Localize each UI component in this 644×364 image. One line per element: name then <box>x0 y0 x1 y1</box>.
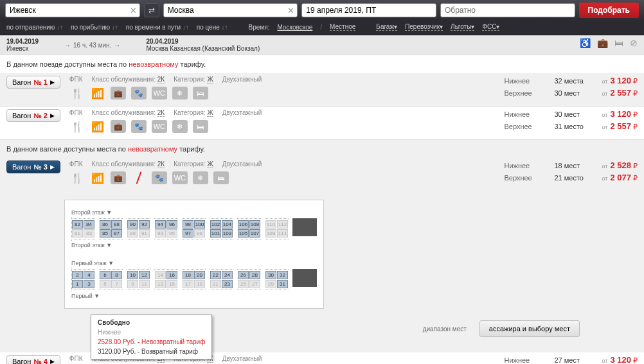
signal-icon: 📶 <box>90 87 105 100</box>
seat[interactable]: 28 <box>249 271 260 279</box>
sort-duration[interactable]: по времени в пути ↓↑ <box>126 24 189 31</box>
seat[interactable]: 86 <box>100 220 111 229</box>
seat[interactable]: 26 <box>238 271 249 279</box>
to-input[interactable] <box>163 3 298 17</box>
clear-from-icon[interactable]: ✕ <box>130 6 137 15</box>
seat[interactable]: 105 <box>238 229 249 238</box>
swap-button[interactable]: ⇄ <box>144 3 159 17</box>
seat[interactable]: 32 <box>277 271 288 279</box>
seat[interactable]: 2 <box>72 271 83 279</box>
seat[interactable]: 104 <box>222 220 233 229</box>
wagon-row: Вагон № 2 ▶ ФПК Класс обслуживания: 2К К… <box>0 107 644 140</box>
sort-arrival[interactable]: по прибытию ↓↑ <box>71 24 118 31</box>
seat[interactable]: 12 <box>139 271 150 279</box>
seat[interactable]: 98 <box>183 220 193 229</box>
restaurant-icon: 🍴 <box>69 87 85 100</box>
seat[interactable]: 106 <box>238 220 249 229</box>
non-refund-train-note: В данном поезде доступны места по невозв… <box>0 55 644 73</box>
seat[interactable]: 24 <box>222 271 233 279</box>
time-local[interactable]: Местное <box>330 23 355 31</box>
briefcase-icon: 💼 <box>597 38 608 52</box>
search-bar: ✕ ⇄ ✕ Подобрать <box>0 0 644 21</box>
seat[interactable]: 3 <box>84 280 94 288</box>
floor-label: Первый этаж <box>71 260 317 266</box>
place-type: Нижнее <box>504 162 542 169</box>
seat[interactable]: 97 <box>183 229 193 238</box>
seat[interactable]: 88 <box>111 220 122 229</box>
filter-benefits[interactable]: Льготы▾ <box>451 23 474 31</box>
arrival-station: Москва Казанская (Казанский Вокзал) <box>146 45 260 52</box>
tooltip-nonrefund-price: 2528.00 Руб. - Невозвратный тариф <box>98 338 205 345</box>
place-count: 30 мест <box>554 110 590 118</box>
seat: 110 <box>265 220 276 229</box>
place-type: Верхнее <box>504 89 542 97</box>
restaurant-icon: 🍴 <box>69 171 85 184</box>
seat-tooltip: Свободно Нижнее 2528.00 Руб. - Невозврат… <box>91 315 212 360</box>
seat: 7 <box>111 280 122 288</box>
time-moscow[interactable]: Московское <box>277 24 312 31</box>
briefcase-icon: 💼 <box>111 87 126 100</box>
filter-baggage[interactable]: Багаж▾ <box>376 23 397 31</box>
seat[interactable]: 84 <box>84 220 94 229</box>
floor-label: Первый <box>71 293 317 299</box>
date-input[interactable] <box>301 3 436 17</box>
seat[interactable]: 22 <box>210 271 221 279</box>
seat[interactable]: 87 <box>111 229 122 238</box>
seat[interactable]: 100 <box>194 220 205 229</box>
briefcase-icon: 💼 <box>111 171 126 184</box>
wagon-button[interactable]: Вагон № 4 ▶ <box>6 355 60 364</box>
seat[interactable]: 85 <box>100 229 111 238</box>
seat[interactable]: 10 <box>127 271 138 279</box>
seat[interactable]: 96 <box>166 220 177 229</box>
seat[interactable]: 1 <box>72 280 83 288</box>
price: 3 120 <box>610 109 631 119</box>
seat[interactable]: 101 <box>210 229 221 238</box>
seat[interactable]: 107 <box>249 229 260 238</box>
seat[interactable]: 16 <box>166 271 177 279</box>
clear-to-icon[interactable]: ✕ <box>287 6 294 15</box>
seat[interactable]: 8 <box>111 271 122 279</box>
seat[interactable]: 18 <box>183 271 193 279</box>
wc-icon: WC <box>152 87 167 100</box>
wagon-button[interactable]: Вагон № 1 ▶ <box>6 76 60 89</box>
seat[interactable]: 6 <box>100 271 111 279</box>
seat: 25 <box>238 280 249 288</box>
place-type: Нижнее <box>504 356 542 364</box>
wagon-button[interactable]: Вагон № 2 ▶ <box>6 109 60 122</box>
service-icons: 🍴 📶 💼 🐾 WC ❄ 🛏 <box>69 87 461 100</box>
price: 2 528 <box>610 160 631 170</box>
seat[interactable]: 20 <box>194 271 205 279</box>
submit-button[interactable]: Подобрать <box>579 3 639 18</box>
range-note: диапазон мест <box>423 325 467 333</box>
seat[interactable]: 31 <box>277 280 288 288</box>
seat[interactable]: 102 <box>210 220 221 229</box>
from-input[interactable] <box>5 3 140 17</box>
sort-price[interactable]: по цене ↓↑ <box>197 24 228 31</box>
seat[interactable]: 103 <box>222 229 233 238</box>
place-count: 31 место <box>554 123 590 130</box>
return-input[interactable] <box>440 3 575 17</box>
sort-departure[interactable]: по отправлению ↓↑ <box>6 24 63 31</box>
seat[interactable]: 30 <box>265 271 276 279</box>
filter-carrier[interactable]: Перевозчик▾ <box>405 23 443 31</box>
wagon-meta: ФПК Класс обслуживания: 2К Категория: Ж … <box>69 109 461 116</box>
place-count: 32 места <box>554 77 590 85</box>
seat: 89 <box>127 229 138 238</box>
price: 2 557 <box>610 88 631 98</box>
seat[interactable]: 23 <box>222 280 233 288</box>
wagon-button-active[interactable]: Вагон № 3 ▶ <box>6 160 60 173</box>
return-wrap <box>440 3 575 17</box>
seat[interactable]: 82 <box>72 220 83 229</box>
sort-icon: ↓↑ <box>222 24 228 31</box>
service-icons: 🍴 📶 💼 🐾 WC ❄ 🛏 <box>69 120 461 133</box>
seat[interactable]: 94 <box>155 220 166 229</box>
seat[interactable]: 108 <box>249 220 260 229</box>
next-step-button[interactable]: ассажира и выбору мест <box>479 320 580 337</box>
seat[interactable]: 90 <box>127 220 138 229</box>
seat[interactable]: 92 <box>139 220 150 229</box>
filter-fss[interactable]: ФСС▾ <box>482 23 499 31</box>
wagon-meta: ФПК Класс обслуживания: 2К Категория: Ж … <box>69 160 461 168</box>
time-label: Время: <box>249 24 270 31</box>
seat[interactable]: 4 <box>84 271 94 279</box>
route-summary: 19.04.2019 Ижевск → 16 ч. 43 мин. → 20.0… <box>0 35 644 55</box>
